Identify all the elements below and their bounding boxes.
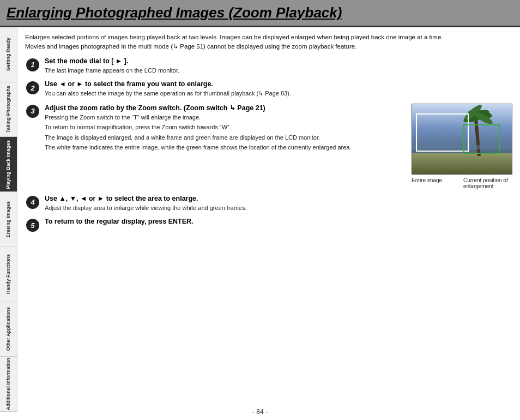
step-2-content: Use ◄ or ► to select the frame you want … xyxy=(45,80,512,98)
step-3-content: Adjust the zoom ratio by the Zoom switch… xyxy=(45,104,512,189)
sidebar-item-label: Taking Photographs xyxy=(6,86,11,133)
step-5-content: To return to the regular display, press … xyxy=(45,218,512,225)
sidebar-item-taking-photographs[interactable]: Taking Photographs xyxy=(0,82,17,137)
step-2-title: Use ◄ or ► to select the frame you want … xyxy=(45,80,512,88)
step-3-desc2: To return to normal magnification, press… xyxy=(45,123,406,132)
sidebar-item-label: Erasing Images xyxy=(6,201,11,238)
step-1-desc: The last image frame appears on the LCD … xyxy=(45,66,512,75)
page-header: Enlarging Photographed Images (Zoom Play… xyxy=(0,0,520,27)
step-4-content: Use ▲, ▼, ◄ or ► to select the area to e… xyxy=(45,195,512,213)
main-layout: Getting Ready Taking Photographs Playing… xyxy=(0,27,520,412)
sidebar-item-erasing-images[interactable]: Erasing Images xyxy=(0,192,17,247)
sidebar-item-playing-back-images[interactable]: Playing Back Images xyxy=(0,137,17,192)
step-1-number: 1 xyxy=(25,57,40,73)
step-5: 5 To return to the regular display, pres… xyxy=(25,218,512,233)
sidebar-item-getting-ready[interactable]: Getting Ready xyxy=(0,27,17,82)
sidebar-item-label: Playing Back Images xyxy=(6,140,11,189)
sidebar-item-other-applications[interactable]: Other Applications xyxy=(0,302,17,357)
step-3-image-area: Entire image Current position of enlarge… xyxy=(412,104,512,189)
step-4: 4 Use ▲, ▼, ◄ or ► to select the area to… xyxy=(25,195,512,213)
step-4-title: Use ▲, ▼, ◄ or ► to select the area to e… xyxy=(45,195,512,202)
step-5-number: 5 xyxy=(25,218,40,233)
step-2-number: 2 xyxy=(25,80,40,95)
step-1-content: Set the mode dial to [ ► ]. The last ima… xyxy=(45,57,512,75)
sidebar-item-label: Additional Information xyxy=(6,358,11,410)
step-3-desc3: The image is displayed enlarged, and a w… xyxy=(45,133,406,142)
sidebar-item-additional-information[interactable]: Additional Information xyxy=(0,357,17,412)
step-2: 2 Use ◄ or ► to select the frame you wan… xyxy=(25,80,512,98)
step-3-desc4: The white frame indicates the entire ima… xyxy=(45,143,406,152)
page-number: - 84 - xyxy=(252,408,268,416)
intro-text-2: Movies and images photographed in the mu… xyxy=(25,43,356,50)
step-3-text: Adjust the zoom ratio by the Zoom switch… xyxy=(45,104,406,189)
image-caption: Entire image Current position of enlarge… xyxy=(412,177,512,189)
step-3-title: Adjust the zoom ratio by the Zoom switch… xyxy=(45,104,406,112)
step-3: 3 Adjust the zoom ratio by the Zoom swit… xyxy=(25,104,512,189)
intro-paragraph: Enlarges selected portions of images bei… xyxy=(25,33,512,52)
svg-rect-7 xyxy=(412,145,512,149)
sidebar-item-handy-functions[interactable]: Handy Functions xyxy=(0,247,17,302)
photo-svg xyxy=(412,104,512,175)
sidebar-item-label: Other Applications xyxy=(6,307,11,351)
svg-rect-1 xyxy=(412,153,512,175)
step-3-layout: Adjust the zoom ratio by the Zoom switch… xyxy=(45,104,512,189)
caption-current-position: Current position of enlargement xyxy=(463,177,512,189)
step-5-title: To return to the regular display, press … xyxy=(45,218,512,225)
step-1: 1 Set the mode dial to [ ► ]. The last i… xyxy=(25,57,512,75)
zoom-photo xyxy=(412,104,512,175)
step-4-desc: Adjust the display area to enlarge while… xyxy=(45,203,512,213)
sidebar: Getting Ready Taking Photographs Playing… xyxy=(0,27,17,412)
step-4-number: 4 xyxy=(25,195,40,210)
page-footer: - 84 - xyxy=(0,408,520,416)
step-3-number: 3 xyxy=(25,104,40,119)
step-1-title: Set the mode dial to [ ► ]. xyxy=(45,57,512,65)
page-title: Enlarging Photographed Images (Zoom Play… xyxy=(7,4,513,21)
step-3-desc1: Pressing the Zoom switch to the “T” will… xyxy=(45,113,406,122)
sidebar-item-label: Handy Functions xyxy=(6,254,11,294)
caption-entire-image: Entire image xyxy=(412,177,455,189)
step-2-desc: You can also select the image by the sam… xyxy=(45,89,512,98)
sidebar-item-label: Getting Ready xyxy=(6,38,11,71)
main-content: Enlarges selected portions of images bei… xyxy=(17,27,520,412)
intro-text-1: Enlarges selected portions of images bei… xyxy=(25,34,443,40)
